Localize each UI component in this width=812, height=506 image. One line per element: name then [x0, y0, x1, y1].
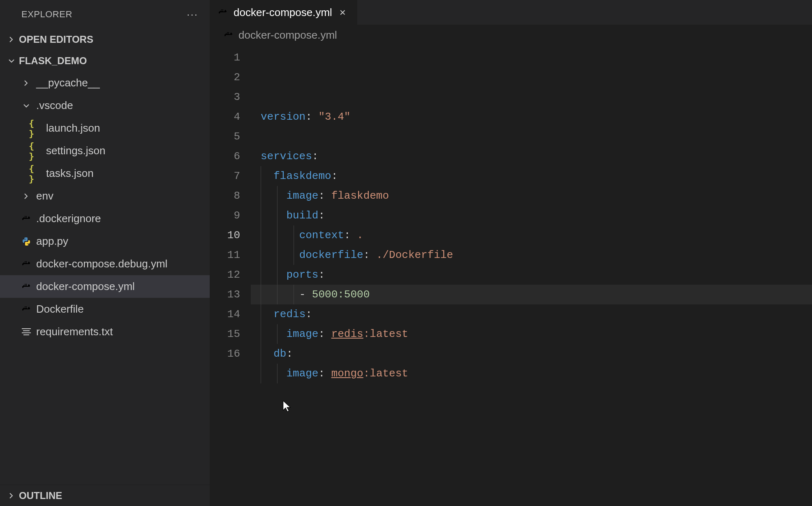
indent-guide [261, 364, 261, 383]
code-line[interactable]: ports: [251, 265, 812, 285]
code-line[interactable]: - 5000:5000 [251, 285, 812, 304]
code-line[interactable]: db: [251, 344, 812, 364]
indent-guide [294, 285, 294, 304]
indent-guide [261, 206, 261, 225]
whale-icon [19, 282, 34, 292]
folder-row[interactable]: .vscode [0, 94, 210, 117]
folder-row[interactable]: __pycache__ [0, 72, 210, 94]
chevron-down-icon [7, 57, 19, 65]
file-row[interactable]: .dockerignore [0, 207, 210, 230]
code-line[interactable]: image: flaskdemo [251, 186, 812, 206]
code-line[interactable]: context: . [251, 225, 812, 245]
code-line[interactable]: image: redis:latest [251, 324, 812, 344]
token-key: services [261, 150, 312, 162]
token-link: redis [331, 328, 363, 340]
tab-docker-compose[interactable]: docker-compose.yml × [210, 0, 358, 25]
chevron-right-icon [7, 492, 19, 500]
token-key: image [286, 367, 318, 380]
code-line[interactable]: version: "3.4" [251, 107, 812, 127]
chevron-right-icon [7, 35, 19, 44]
tree-item-label: settings.json [46, 144, 106, 157]
code-line[interactable] [251, 127, 812, 146]
file-row[interactable]: { }tasks.json [0, 162, 210, 185]
code-line[interactable]: build: [251, 206, 812, 225]
indent-guide [261, 285, 261, 304]
token-plain: : [363, 249, 376, 261]
code-line[interactable] [251, 383, 812, 403]
breadcrumb-label: docker-compose.yml [238, 29, 337, 42]
line-number: 14 [210, 304, 240, 324]
token-key: version [261, 111, 305, 123]
tree-item-label: requirements.txt [36, 325, 113, 338]
line-number-gutter: 12345678910111213141516 [210, 45, 251, 506]
open-editors-section[interactable]: OPEN EDITORS [0, 29, 210, 50]
line-number: 7 [210, 166, 240, 186]
code-line[interactable]: redis: [251, 304, 812, 324]
token-key: flaskdemo [273, 170, 331, 182]
token-key: dockerfile [299, 249, 363, 261]
code-line[interactable]: services: [251, 146, 812, 166]
code-content[interactable]: version: "3.4"services: flaskdemo: image… [251, 45, 812, 506]
indent-guide [277, 364, 278, 383]
outline-section[interactable]: OUTLINE [0, 485, 210, 506]
code-line[interactable]: flaskdemo: [251, 166, 812, 186]
token-key: db [273, 348, 286, 360]
file-row[interactable]: Dockerfile [0, 298, 210, 320]
tree-item-label: launch.json [46, 122, 100, 135]
indent-guide [277, 285, 278, 304]
token-plain: : [318, 209, 325, 222]
code-line[interactable] [251, 403, 812, 423]
token-plain: : [331, 170, 338, 182]
breadcrumb[interactable]: docker-compose.yml [210, 25, 812, 45]
file-row[interactable]: { }settings.json [0, 139, 210, 162]
line-number: 2 [210, 67, 240, 87]
token-plain: - [299, 288, 312, 301]
token-plain: : [286, 348, 293, 360]
code-line[interactable]: image: mongo:latest [251, 364, 812, 383]
token-plain [261, 367, 286, 380]
code-line[interactable]: dockerfile: ./Dockerfile [251, 245, 812, 265]
indent-guide [261, 344, 261, 364]
file-row[interactable]: docker-compose.yml [0, 275, 210, 298]
file-row[interactable]: { }launch.json [0, 117, 210, 139]
token-plain: : [305, 111, 318, 123]
whale-icon [19, 304, 34, 314]
tree-item-label: tasks.json [46, 167, 94, 180]
token-plain [261, 170, 273, 182]
code-area[interactable]: 12345678910111213141516 version: "3.4"se… [210, 45, 812, 506]
explorer-header: EXPLORER ··· [0, 0, 210, 29]
file-row[interactable]: docker-compose.debug.yml [0, 253, 210, 275]
token-plain: : [318, 328, 331, 340]
open-editors-label: OPEN EDITORS [19, 34, 93, 45]
explorer-sidebar: EXPLORER ··· OPEN EDITORS FLASK_DEMO __p… [0, 0, 210, 506]
close-icon[interactable]: × [338, 6, 347, 19]
token-plain: : [318, 269, 325, 281]
tree-item-label: __pycache__ [36, 77, 100, 89]
token-plain [261, 209, 286, 222]
json-icon: { } [29, 163, 44, 184]
line-number: 6 [210, 146, 240, 166]
tree-item-label: .vscode [36, 99, 73, 112]
token-plain: : [305, 308, 312, 320]
line-number: 8 [210, 186, 240, 206]
tab-bar: docker-compose.yml × [210, 0, 812, 25]
token-plain: : [318, 190, 331, 202]
editor-area: docker-compose.yml × docker-compose.yml … [210, 0, 812, 506]
token-key: image [286, 328, 318, 340]
line-number: 10 [210, 225, 240, 245]
token-plain: : [318, 367, 331, 380]
indent-guide [294, 245, 294, 265]
file-row[interactable]: requirements.txt [0, 320, 210, 343]
indent-guide [261, 166, 261, 186]
file-row[interactable]: app.py [0, 230, 210, 253]
token-plain [261, 269, 286, 281]
whale-icon [19, 259, 34, 269]
line-number: 5 [210, 127, 240, 146]
project-section[interactable]: FLASK_DEMO [0, 50, 210, 72]
text-file-icon [19, 328, 34, 335]
json-icon: { } [29, 141, 44, 161]
chevron-right-icon [19, 79, 34, 87]
folder-row[interactable]: env [0, 185, 210, 207]
indent-guide [261, 225, 261, 245]
more-actions-icon[interactable]: ··· [187, 8, 198, 21]
